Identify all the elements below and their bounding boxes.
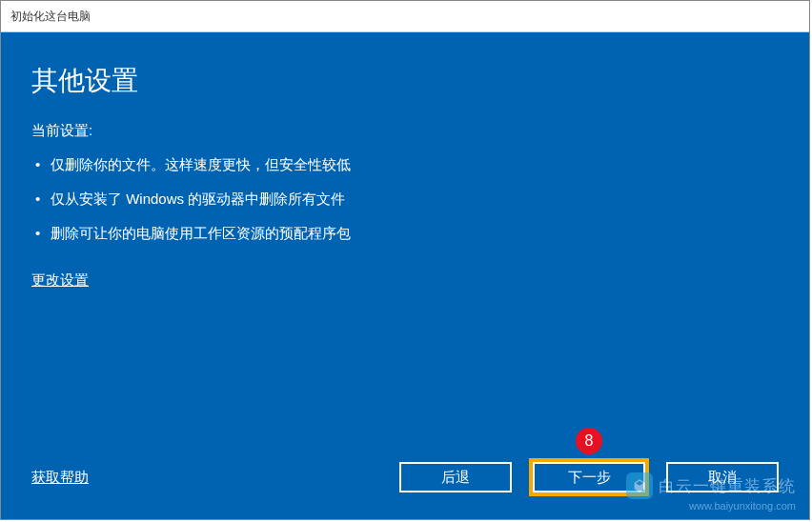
window-title: 初始化这台电脑 bbox=[10, 9, 91, 25]
cancel-button[interactable]: 取消 bbox=[666, 462, 779, 492]
help-link[interactable]: 获取帮助 bbox=[31, 469, 89, 487]
settings-item: 仅从安装了 Windows 的驱动器中删除所有文件 bbox=[31, 182, 779, 216]
titlebar: 初始化这台电脑 bbox=[1, 1, 809, 32]
watermark-url: www.baiyunxitong.com bbox=[689, 500, 796, 512]
next-button[interactable]: 8 下一步 bbox=[533, 462, 645, 492]
settings-item: 删除可让你的电脑使用工作区资源的预配程序包 bbox=[31, 216, 779, 251]
next-button-label: 下一步 bbox=[568, 469, 611, 487]
current-settings-label: 当前设置: bbox=[31, 122, 779, 140]
footer: 获取帮助 后退 8 下一步 取消 bbox=[31, 462, 779, 500]
settings-item: 仅删除你的文件。这样速度更快，但安全性较低 bbox=[31, 148, 779, 182]
settings-list: 仅删除你的文件。这样速度更快，但安全性较低 仅从安装了 Windows 的驱动器… bbox=[31, 148, 779, 251]
button-row: 后退 8 下一步 取消 bbox=[399, 462, 779, 492]
page-heading: 其他设置 bbox=[31, 63, 779, 99]
content-area: 其他设置 当前设置: 仅删除你的文件。这样速度更快，但安全性较低 仅从安装了 W… bbox=[1, 32, 809, 519]
change-settings-link[interactable]: 更改设置 bbox=[31, 271, 779, 290]
reset-pc-window: 初始化这台电脑 其他设置 当前设置: 仅删除你的文件。这样速度更快，但安全性较低… bbox=[0, 0, 810, 520]
step-badge: 8 bbox=[576, 428, 602, 454]
back-button[interactable]: 后退 bbox=[399, 462, 512, 492]
